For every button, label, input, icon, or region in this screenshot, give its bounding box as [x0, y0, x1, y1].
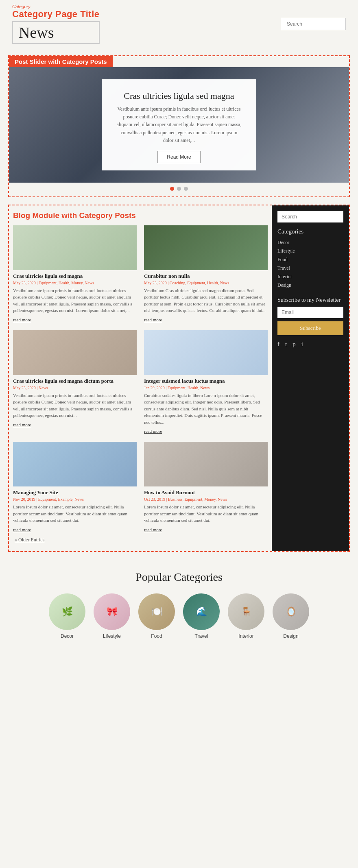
- blog-post-1-readmore[interactable]: read more: [13, 317, 31, 322]
- sidebar-category-travel[interactable]: Travel: [277, 264, 343, 273]
- twitter-icon[interactable]: t: [285, 341, 287, 348]
- blog-grid: Cras ultricies ligula sed magna May 23, …: [13, 225, 268, 533]
- sidebar-category-decor[interactable]: Decor: [277, 238, 343, 247]
- popular-label-lifestyle: Lifestyle: [103, 633, 121, 639]
- popular-item-travel: 🌊 Travel: [183, 593, 220, 639]
- blog-sidebar-section: Blog Module with Category Posts Cras ult…: [8, 205, 350, 552]
- header-search-input[interactable]: [281, 18, 346, 30]
- blog-post-6: How to Avoid Burnout Oct 23, 2019 | Busi…: [144, 442, 268, 533]
- sidebar-category-design[interactable]: Design: [277, 281, 343, 290]
- sidebar-category-food[interactable]: Food: [277, 255, 343, 264]
- blog-post-4: Integer euismod lacus luctus magna Jan 2…: [144, 330, 268, 435]
- facebook-icon[interactable]: f: [277, 341, 279, 348]
- popular-circle-interior[interactable]: 🪑: [228, 593, 264, 630]
- slider-dot-2[interactable]: [177, 187, 181, 191]
- popular-item-design: 🪞 Design: [273, 593, 309, 639]
- blog-post-2-title: Curabitur non nulla: [144, 273, 268, 279]
- blog-post-1-image: [13, 225, 137, 270]
- blog-post-6-meta: Oct 23, 2019 | Business, Equipment, Mone…: [144, 497, 268, 502]
- sidebar-search-input[interactable]: [277, 211, 343, 222]
- popular-categories-section: Popular Categories 🌿 Decor 🎀 Lifestyle 🍽…: [0, 559, 358, 647]
- pinterest-icon[interactable]: p: [293, 341, 296, 348]
- sidebar-search: [277, 211, 343, 228]
- sidebar-newsletter-title: Subscribe to my Newsletter: [277, 297, 343, 303]
- sidebar-categories-title: Categories: [277, 228, 343, 235]
- blog-post-2-image: [144, 225, 268, 270]
- sidebar-social: f t p i: [277, 341, 343, 348]
- blog-post-5-text: Lorem ipsum dolor sit amet, consectetur …: [13, 504, 137, 524]
- popular-categories-grid: 🌿 Decor 🎀 Lifestyle 🍽️ Food 🌊 Travel 🪑: [8, 593, 350, 639]
- slider-label: Post Slider with Category Posts: [9, 56, 113, 67]
- food-circle-inner: 🍽️: [138, 593, 175, 630]
- slider-dot-3[interactable]: [184, 187, 188, 191]
- interior-circle-inner: 🪑: [228, 593, 264, 630]
- slider-card: Cras ultricies ligula sed magna Vestibul…: [102, 79, 256, 170]
- blog-post-5-image: [13, 442, 137, 486]
- news-text: News: [19, 24, 54, 41]
- popular-item-food: 🍽️ Food: [138, 593, 175, 639]
- popular-item-decor: 🌿 Decor: [49, 593, 85, 639]
- slider-section: Post Slider with Category Posts Cras ult…: [8, 55, 350, 197]
- blog-post-3: Cras ultricies ligula sed magna dictum p…: [13, 330, 137, 435]
- page-title: Category Page Title: [12, 9, 100, 20]
- blog-post-6-text: Lorem ipsum dolor sit amet, consectetur …: [144, 504, 268, 524]
- slider-dots: [9, 183, 349, 196]
- blog-post-2-text: Vestibulum Cras ultricies ligula sed mag…: [144, 287, 268, 314]
- sidebar-categories-list: Decor Lifestyle Food Travel Interior Des…: [277, 238, 343, 290]
- blog-post-2-readmore[interactable]: read more: [144, 317, 162, 322]
- instagram-icon[interactable]: i: [301, 341, 303, 348]
- slider-inner: Cras ultricies ligula sed magna Vestibul…: [9, 67, 349, 183]
- popular-circle-decor[interactable]: 🌿: [49, 593, 85, 630]
- blog-post-5-readmore[interactable]: read more: [13, 527, 31, 532]
- popular-item-interior: 🪑 Interior: [228, 593, 264, 639]
- older-entries-link[interactable]: « Older Entries: [13, 533, 268, 547]
- news-box: News: [12, 21, 100, 44]
- blog-post-1-text: Vestibulum ante ipsum primis in faucibus…: [13, 287, 137, 314]
- blog-post-5-meta: Nov 20, 2019 | Equipment, Example, News: [13, 497, 137, 502]
- blog-post-4-title: Integer euismod lacus luctus magna: [144, 378, 268, 384]
- sidebar-category-interior[interactable]: Interior: [277, 273, 343, 281]
- blog-post-3-readmore[interactable]: read more: [13, 422, 31, 427]
- travel-circle-inner: 🌊: [183, 593, 220, 630]
- popular-label-decor: Decor: [61, 633, 74, 639]
- sidebar-category-lifestyle[interactable]: Lifestyle: [277, 247, 343, 255]
- sidebar-subscribe-button[interactable]: Subscribe: [277, 321, 343, 335]
- header-left: Category Category Page Title News: [12, 4, 100, 44]
- slider-read-more-button[interactable]: Read More: [157, 151, 200, 163]
- blog-post-6-readmore[interactable]: read more: [144, 527, 162, 532]
- popular-categories-title: Popular Categories: [8, 571, 350, 584]
- blog-post-4-meta: Jan 29, 2020 | Equipment, Health, News: [144, 386, 268, 390]
- blog-post-3-text: Vestibulum ante ipsum primis in faucibus…: [13, 392, 137, 419]
- slider-card-title: Cras ultricies ligula sed magna: [116, 91, 242, 101]
- blog-section: Blog Module with Category Posts Cras ult…: [9, 205, 272, 551]
- popular-circle-food[interactable]: 🍽️: [138, 593, 175, 630]
- popular-circle-lifestyle[interactable]: 🎀: [94, 593, 130, 630]
- header: Category Category Page Title News: [0, 0, 358, 48]
- popular-label-travel: Travel: [195, 633, 208, 639]
- blog-post-1-meta: May 23, 2020 | Equipment, Health, Money,…: [13, 281, 137, 285]
- header-search: [281, 18, 346, 30]
- lifestyle-circle-inner: 🎀: [94, 593, 130, 630]
- blog-post-4-image: [144, 330, 268, 375]
- decor-circle-inner: 🌿: [49, 593, 85, 630]
- sidebar-email-input[interactable]: [277, 307, 343, 318]
- blog-post-3-meta: May 23, 2020 | News: [13, 386, 137, 390]
- blog-post-2: Curabitur non nulla May 23, 2020 | Coach…: [144, 225, 268, 323]
- popular-circle-travel[interactable]: 🌊: [183, 593, 220, 630]
- category-label: Category: [12, 4, 100, 9]
- popular-label-design: Design: [283, 633, 298, 639]
- blog-post-4-text: Curabitur sodales ligula in libero Lorem…: [144, 392, 268, 426]
- blog-post-5: Managing Your Site Nov 20, 2019 | Equipm…: [13, 442, 137, 533]
- popular-item-lifestyle: 🎀 Lifestyle: [94, 593, 130, 639]
- blog-post-3-title: Cras ultricies ligula sed magna dictum p…: [13, 378, 137, 384]
- blog-post-4-readmore[interactable]: read more: [144, 429, 162, 434]
- popular-circle-design[interactable]: 🪞: [273, 593, 309, 630]
- blog-post-6-title: How to Avoid Burnout: [144, 489, 268, 496]
- slider-dot-1[interactable]: [170, 187, 174, 191]
- blog-section-label: Blog Module with Category Posts: [13, 211, 268, 220]
- popular-label-food: Food: [151, 633, 162, 639]
- slider-card-text: Vestibulum ante ipsum primis in faucibus…: [116, 105, 242, 144]
- sidebar: Categories Decor Lifestyle Food Travel I…: [272, 205, 349, 551]
- blog-post-5-title: Managing Your Site: [13, 489, 137, 496]
- design-circle-inner: 🪞: [273, 593, 309, 630]
